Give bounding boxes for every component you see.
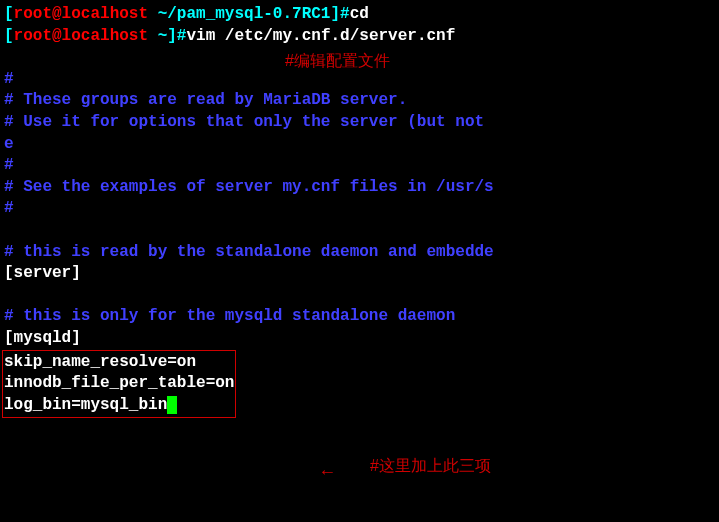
annotation-add-three-items: #这里加上此三项 <box>370 455 491 477</box>
terminal-output[interactable]: [root@localhost ~/pam_mysql-0.7RC1]#cd [… <box>4 4 715 418</box>
path: ~ <box>158 27 168 45</box>
highlighted-config-box: skip_name_resolve=on innodb_file_per_tab… <box>2 350 236 419</box>
blank-line <box>4 220 715 242</box>
bracket-close: ]# <box>330 5 349 23</box>
comment-line: # <box>4 69 715 91</box>
user-host: root@localhost <box>14 5 158 23</box>
prompt-line-1: [root@localhost ~/pam_mysql-0.7RC1]#cd <box>4 4 715 26</box>
command-vim: vim /etc/my.cnf.d/server.cnf <box>186 27 455 45</box>
comment-line: # <box>4 198 715 220</box>
config-skip-name-resolve: skip_name_resolve=on <box>4 352 234 374</box>
config-log-bin: log_bin=mysql_bin <box>4 395 234 417</box>
comment-line: # See the examples of server my.cnf file… <box>4 177 715 199</box>
cursor <box>167 396 177 414</box>
comment-line: # Use it for options that only the serve… <box>4 112 715 134</box>
arrow-left-icon: ← <box>322 460 333 484</box>
annotation-edit-config: #编辑配置文件 <box>285 50 390 72</box>
bracket-close: ]# <box>167 27 186 45</box>
prompt-line-2: [root@localhost ~]#vim /etc/my.cnf.d/ser… <box>4 26 715 48</box>
config-innodb-file-per-table: innodb_file_per_table=on <box>4 373 234 395</box>
bracket-open: [ <box>4 5 14 23</box>
user-host: root@localhost <box>14 27 158 45</box>
comment-line: # this is only for the mysqld standalone… <box>4 306 715 328</box>
blank-line <box>4 285 715 307</box>
path: ~/pam_mysql-0.7RC1 <box>158 5 331 23</box>
comment-line: # These groups are read by MariaDB serve… <box>4 90 715 112</box>
bracket-open: [ <box>4 27 14 45</box>
comment-line: # <box>4 155 715 177</box>
section-server: [server] <box>4 263 715 285</box>
command-cd: cd <box>350 5 369 23</box>
section-mysqld: [mysqld] <box>4 328 715 350</box>
comment-line: e <box>4 134 715 156</box>
comment-line: # this is read by the standalone daemon … <box>4 242 715 264</box>
